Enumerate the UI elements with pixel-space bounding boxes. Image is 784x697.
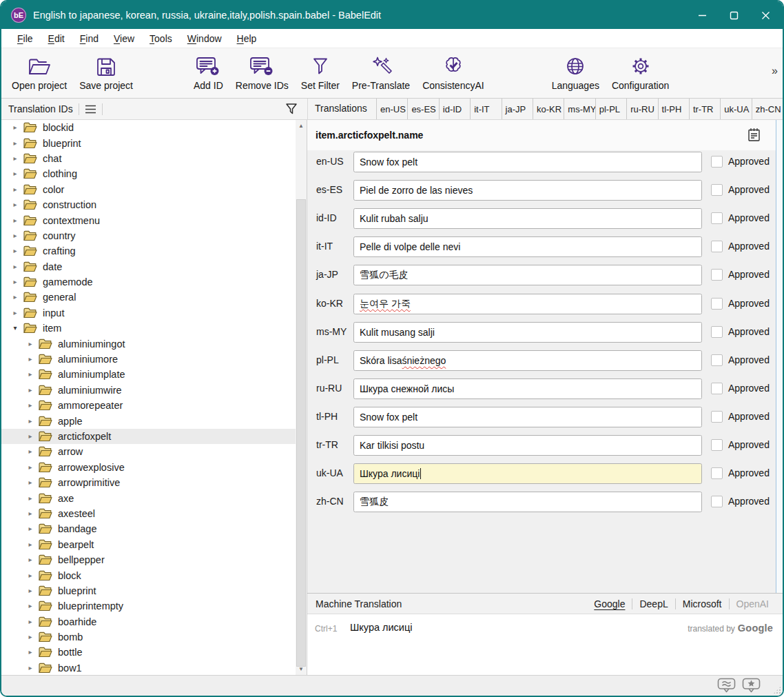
expand-arrow-icon[interactable]: ▸ [26, 634, 34, 640]
tree-item-blockid[interactable]: ▸blockid [1, 120, 296, 135]
expand-arrow-icon[interactable]: ▸ [11, 310, 19, 316]
scroll-down-icon[interactable]: ▼ [296, 664, 307, 674]
resize-grip[interactable] [773, 686, 781, 694]
tree-item-blueprint[interactable]: ▸blueprint [1, 583, 296, 598]
tree-menu-icon[interactable] [85, 105, 96, 114]
tree-item-aluminiumwire[interactable]: ▸aluminiumwire [1, 383, 296, 398]
expand-arrow-icon[interactable]: ▸ [26, 525, 34, 532]
mt-provider-microsoft[interactable]: Microsoft [676, 598, 729, 609]
rate-star-icon[interactable] [742, 678, 761, 693]
tab-tr-TR[interactable]: tr-TR [689, 99, 720, 119]
tree-item-axe[interactable]: ▸axe [1, 490, 296, 505]
menu-tools[interactable]: Tools [142, 33, 180, 44]
scroll-up-icon[interactable]: ▲ [296, 121, 307, 131]
tab-zh-CN[interactable]: zh-CN [752, 99, 783, 119]
translations-scrollbar[interactable] [776, 120, 783, 593]
translation-input-id-ID[interactable]: Kulit rubah salju [353, 208, 702, 229]
remove-ids-button[interactable]: Remove IDs [229, 52, 295, 92]
tree-item-input[interactable]: ▸input [1, 305, 296, 321]
tab-en-US[interactable]: en-US [376, 99, 407, 119]
languages-button[interactable]: Languages [546, 52, 606, 92]
approved-checkbox-ms-MY[interactable] [711, 326, 723, 338]
translation-input-uk-UA[interactable]: Шкура лисиці [353, 463, 702, 484]
expand-arrow-icon[interactable]: ▸ [26, 402, 34, 409]
expand-arrow-icon[interactable]: ▸ [11, 279, 19, 285]
menu-edit[interactable]: Edit [41, 33, 72, 44]
tree-item-item[interactable]: ▾item [1, 321, 296, 336]
configuration-button[interactable]: Configuration [606, 52, 675, 92]
approved-checkbox-id-ID[interactable] [711, 212, 723, 224]
approved-checkbox-en-US[interactable] [711, 156, 723, 168]
tree-item-ammorepeater[interactable]: ▸ammorepeater [1, 398, 296, 413]
expand-arrow-icon[interactable]: ▸ [26, 510, 34, 517]
expand-arrow-icon[interactable]: ▸ [26, 665, 34, 671]
tree-item-arrowexplosive[interactable]: ▸arrowexplosive [1, 460, 296, 475]
tab-ja-JP[interactable]: ja-JP [502, 99, 533, 119]
expand-arrow-icon[interactable]: ▸ [26, 371, 34, 378]
approved-checkbox-pl-PL[interactable] [711, 354, 723, 366]
expand-arrow-icon[interactable]: ▸ [11, 263, 19, 270]
expand-arrow-icon[interactable]: ▸ [26, 448, 34, 455]
expand-arrow-icon[interactable]: ▸ [26, 618, 34, 625]
maximize-button[interactable] [718, 1, 750, 29]
translation-input-pl-PL[interactable]: Skóra lisa śnieżnego [353, 350, 702, 371]
expand-arrow-icon[interactable]: ▸ [11, 248, 19, 254]
approved-checkbox-tl-PH[interactable] [711, 411, 723, 423]
tab-it-IT[interactable]: it-IT [470, 99, 501, 119]
minimize-button[interactable] [686, 1, 718, 29]
expand-arrow-icon[interactable]: ▸ [11, 170, 19, 177]
expand-arrow-icon[interactable]: ▸ [26, 495, 34, 502]
expand-arrow-icon[interactable]: ▸ [11, 186, 19, 193]
toolbar-overflow-button[interactable]: » [772, 65, 777, 77]
tree-scrollbar-thumb[interactable] [296, 199, 306, 667]
tree-item-contextmenu[interactable]: ▸contextmenu [1, 212, 296, 228]
mt-provider-google[interactable]: Google [587, 598, 632, 609]
tree-item-bellpepper[interactable]: ▸bellpepper [1, 552, 296, 567]
tab-id-ID[interactable]: id-ID [439, 99, 470, 119]
expand-arrow-icon[interactable]: ▸ [11, 232, 19, 239]
translation-input-en-US[interactable]: Snow fox pelt [353, 152, 702, 172]
translation-input-it-IT[interactable]: Pelle di volpe delle nevi [353, 236, 702, 257]
expand-arrow-icon[interactable]: ▸ [11, 201, 19, 208]
expand-arrow-icon[interactable]: ▸ [26, 649, 34, 656]
tree-item-crafting[interactable]: ▸crafting [1, 243, 296, 259]
translation-input-ru-RU[interactable]: Шкура снежной лисы [353, 378, 702, 399]
tree-item-blueprint[interactable]: ▸blueprint [1, 135, 296, 150]
tree-item-block[interactable]: ▸block [1, 567, 296, 583]
menu-find[interactable]: Find [72, 33, 106, 44]
mt-suggestion[interactable]: Шкура лисиці [350, 622, 412, 633]
tree-item-aluminiumingot[interactable]: ▸aluminiumingot [1, 336, 296, 351]
titlebar[interactable]: bE English to japanese, korean, russia, … [1, 1, 783, 29]
translation-input-tl-PH[interactable]: Snow fox pelt [353, 407, 702, 427]
tree-item-bandage[interactable]: ▸bandage [1, 521, 296, 536]
tree-item-date[interactable]: ▸date [1, 259, 296, 274]
menu-help[interactable]: Help [229, 33, 265, 44]
mt-provider-deepl[interactable]: DeepL [632, 598, 674, 609]
approved-checkbox-ja-JP[interactable] [711, 269, 723, 281]
tree-item-bottle[interactable]: ▸bottle [1, 645, 296, 660]
tree-item-arcticfoxpelt[interactable]: ▸arcticfoxpelt [1, 429, 296, 444]
tab-uk-UA[interactable]: uk-UA [720, 99, 751, 119]
tree-item-gamemode[interactable]: ▸gamemode [1, 274, 296, 290]
menu-window[interactable]: Window [180, 33, 229, 44]
approved-checkbox-es-ES[interactable] [711, 184, 723, 196]
translation-input-ms-MY[interactable]: Kulit musang salji [353, 322, 702, 343]
open-project-button[interactable]: Open project [6, 52, 73, 92]
save-project-button[interactable]: Save project [73, 52, 139, 92]
tree-item-color[interactable]: ▸color [1, 182, 296, 197]
approved-checkbox-uk-UA[interactable] [711, 467, 723, 479]
expand-arrow-icon[interactable]: ▸ [26, 387, 34, 394]
menu-file[interactable]: File [10, 33, 41, 44]
close-button[interactable] [750, 1, 781, 29]
expand-arrow-icon[interactable]: ▸ [11, 155, 19, 162]
translation-input-ja-JP[interactable]: 雪狐の毛皮 [353, 265, 702, 285]
translation-input-zh-CN[interactable]: 雪狐皮 [353, 492, 702, 512]
expand-arrow-icon[interactable]: ▸ [26, 603, 34, 609]
expand-arrow-icon[interactable]: ▸ [26, 464, 34, 471]
expand-arrow-icon[interactable]: ▸ [26, 572, 34, 579]
tree-item-bomb[interactable]: ▸bomb [1, 629, 296, 645]
comment-icon[interactable] [747, 128, 761, 145]
set-filter-button[interactable]: Set Filter [295, 52, 346, 92]
expand-arrow-icon[interactable]: ▸ [26, 556, 34, 563]
tree-scrollbar[interactable]: ▲ ▼ [296, 120, 307, 675]
